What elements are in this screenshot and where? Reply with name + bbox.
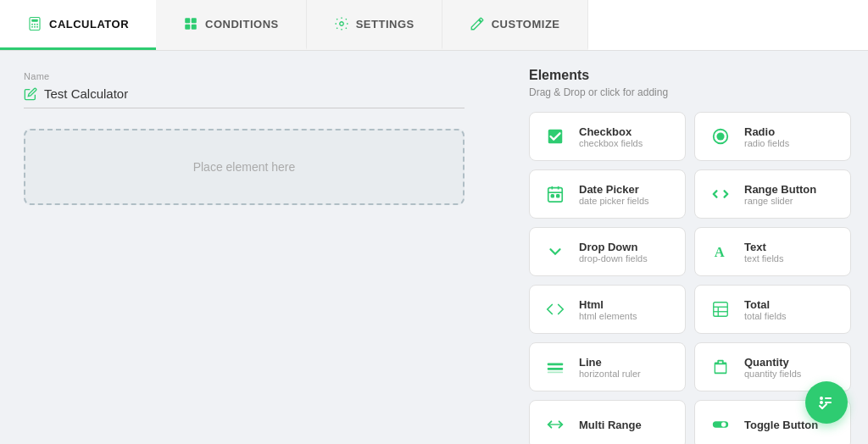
radio-card-text: Radio radio fields: [744, 125, 789, 148]
line-card-text: Line horizontal ruler: [579, 356, 641, 379]
radio-desc: radio fields: [744, 138, 789, 148]
text-desc: text fields: [744, 253, 783, 264]
tab-customize-label: CUSTOMIZE: [492, 18, 560, 31]
line-name: Line: [579, 356, 641, 369]
total-card-text: Total total fields: [744, 298, 787, 321]
text-card-text: Text text fields: [744, 241, 783, 264]
element-card-checkbox[interactable]: Checkbox checkbox fields: [529, 112, 686, 161]
svg-point-6: [34, 26, 36, 28]
total-name: Total: [744, 298, 787, 311]
tab-customize[interactable]: CUSTOMIZE: [442, 0, 588, 50]
range-button-card-text: Range Button range slider: [744, 183, 816, 206]
drop-zone-text: Place element here: [193, 160, 296, 174]
html-name: Html: [579, 298, 637, 311]
svg-point-3: [34, 24, 36, 25]
top-tabs: CALCULATOR CONDITIONS SETT: [0, 0, 868, 51]
svg-point-4: [36, 24, 38, 25]
drop-down-icon: [542, 238, 569, 265]
toggle-button-icon: [707, 411, 734, 438]
calculator-icon: [27, 16, 42, 31]
element-card-text[interactable]: A Text text fields: [694, 227, 851, 276]
svg-point-15: [716, 132, 724, 140]
multi-range-icon: [542, 411, 569, 438]
element-card-range-button[interactable]: Range Button range slider: [694, 169, 851, 219]
element-card-html[interactable]: Html html elements: [529, 285, 686, 334]
quantity-icon: [707, 353, 734, 380]
name-field: [24, 86, 465, 108]
element-card-drop-down[interactable]: Drop Down drop-down fields: [529, 227, 686, 276]
checkbox-desc: checkbox fields: [579, 138, 643, 148]
quantity-card-text: Quantity quantity fields: [744, 356, 801, 379]
total-icon: [707, 296, 734, 323]
svg-text:A: A: [715, 244, 725, 260]
svg-rect-20: [551, 195, 554, 197]
name-input[interactable]: [44, 86, 465, 101]
svg-rect-21: [557, 195, 559, 197]
app-container: CALCULATOR CONDITIONS SETT: [0, 0, 868, 444]
svg-rect-10: [185, 25, 190, 30]
line-desc: horizontal ruler: [579, 369, 641, 379]
checkbox-icon: [542, 123, 569, 150]
quantity-desc: quantity fields: [744, 369, 801, 379]
fab-button[interactable]: [805, 381, 848, 424]
svg-rect-36: [825, 402, 832, 403]
svg-rect-11: [192, 25, 197, 30]
html-icon: [542, 296, 569, 323]
element-card-date-picker[interactable]: Date Picker date picker fields: [529, 169, 686, 219]
radio-icon: [707, 123, 734, 150]
tab-settings[interactable]: SETTINGS: [307, 0, 442, 50]
element-card-radio[interactable]: Radio radio fields: [694, 112, 851, 161]
fab-icon: [816, 392, 837, 413]
date-picker-card-text: Date Picker date picker fields: [579, 183, 649, 206]
svg-rect-29: [548, 372, 563, 374]
svg-rect-23: [714, 302, 728, 317]
line-icon: [542, 353, 569, 380]
customize-icon: [470, 16, 485, 31]
toggle-button-card-text: Toggle Button: [744, 419, 818, 431]
svg-rect-9: [192, 18, 197, 23]
drop-down-desc: drop-down fields: [579, 253, 648, 264]
tab-settings-label: SETTINGS: [356, 18, 415, 31]
svg-point-7: [36, 26, 38, 28]
tab-conditions[interactable]: CONDITIONS: [156, 0, 307, 50]
elements-grid: Checkbox checkbox fields Radio radio: [529, 112, 851, 444]
range-button-desc: range slider: [744, 196, 816, 206]
element-card-line[interactable]: Line horizontal ruler: [529, 342, 686, 391]
toggle-button-name: Toggle Button: [744, 419, 818, 431]
html-desc: html elements: [579, 311, 637, 321]
date-picker-name: Date Picker: [579, 183, 649, 196]
text-icon: A: [707, 238, 734, 265]
svg-rect-35: [825, 397, 832, 399]
svg-point-32: [721, 422, 726, 427]
date-picker-icon: [542, 180, 569, 208]
multi-range-name: Multi Range: [579, 419, 642, 431]
edit-icon: [24, 87, 37, 101]
svg-point-2: [31, 24, 33, 25]
svg-rect-28: [548, 368, 563, 370]
tab-conditions-label: CONDITIONS: [205, 18, 279, 31]
total-desc: total fields: [744, 311, 787, 321]
text-name: Text: [744, 241, 783, 253]
tab-calculator[interactable]: CALCULATOR: [0, 0, 156, 50]
svg-point-12: [339, 22, 343, 26]
range-button-name: Range Button: [744, 183, 816, 196]
svg-rect-1: [31, 19, 38, 22]
elements-title: Elements: [529, 68, 851, 83]
checkbox-name: Checkbox: [579, 125, 643, 138]
main-content: Name Place element here Elements Drag & …: [0, 51, 868, 444]
element-card-total[interactable]: Total total fields: [694, 285, 851, 334]
name-label: Name: [24, 71, 488, 81]
svg-rect-8: [185, 18, 190, 23]
elements-subtitle: Drag & Drop or click for adding: [529, 86, 851, 98]
svg-point-34: [820, 401, 823, 404]
drop-zone[interactable]: Place element here: [24, 129, 465, 205]
element-card-multi-range[interactable]: Multi Range: [529, 400, 686, 444]
left-panel: Name Place element here: [0, 51, 512, 444]
conditions-icon: [183, 16, 198, 31]
svg-point-5: [31, 26, 33, 28]
settings-icon: [334, 16, 349, 31]
svg-point-33: [820, 397, 823, 400]
checkbox-card-text: Checkbox checkbox fields: [579, 125, 643, 148]
html-card-text: Html html elements: [579, 298, 637, 321]
range-button-icon: [707, 180, 734, 208]
